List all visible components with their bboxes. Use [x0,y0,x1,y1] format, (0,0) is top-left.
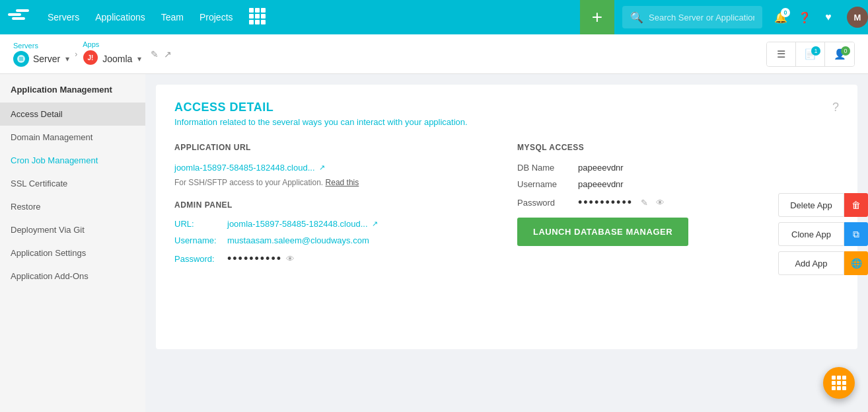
globe-icon: 🌐 [851,258,862,268]
help-icon[interactable]: ? [832,101,839,114]
breadcrumb-bar: Servers Server ▾ › Apps J! Joomla ▾ [0,34,868,74]
left-column: APPLICATION URL joomla-15897-58485-18244… [174,143,496,272]
sidebar-item-restore[interactable]: Restore [0,195,145,218]
app-selector[interactable]: J! Joomla ▾ [83,50,141,68]
admin-password-value: •••••••••• 👁 [227,252,295,266]
app-url-external-link-icon[interactable]: ↗ [319,163,325,172]
app-breadcrumb-section: Apps J! Joomla ▾ [83,40,141,68]
main-content: ACCESS DETAIL Information related to the… [145,74,868,412]
header-icons: 🔔 0 ❓ ♥ M [770,7,868,28]
db-password-dots: •••••••••• [578,196,633,210]
server-dropdown-icon: ▾ [65,54,69,63]
search-box[interactable]: 🔍 [622,6,762,28]
db-username-value: papeeevdnr [578,179,624,189]
external-link-app-icon[interactable]: ↗ [164,49,172,60]
breadcrumb-separator: › [75,50,77,59]
file-count-badge: 1 [811,46,820,56]
right-action-buttons: Delete App 🗑 Clone App ⧉ Add App 🌐 [778,193,868,280]
admin-panel-title: ADMIN PANEL [174,200,496,210]
db-username-row: Username papeeevdnr [517,179,839,189]
sidebar-title: Application Management [0,85,145,103]
notification-bell[interactable]: 🔔 0 [770,7,791,28]
file-count-button[interactable]: 📄 1 [796,42,825,66]
user-count-button[interactable]: 👤 0 [825,42,854,66]
servers-label: Servers [13,42,69,50]
main-nav: Servers Applications Team Projects [48,8,580,26]
server-icon [13,51,29,67]
ssh-sftp-note: For SSH/SFTP access to your Application.… [174,178,496,187]
edit-app-icon[interactable]: ✎ [151,49,159,60]
sidebar-item-application-settings[interactable]: Application Settings [0,241,145,265]
section-subtitle: Information related to the several ways … [174,117,468,127]
db-username-label: Username [517,179,570,189]
list-view-button[interactable]: ☰ [767,42,796,66]
admin-url-external-link-icon[interactable]: ↗ [372,220,378,228]
admin-url-label: URL: [174,219,227,229]
delete-app-label-button[interactable]: Delete App [778,193,844,217]
card-header: ACCESS DETAIL Information related to the… [174,101,839,127]
admin-url-value: joomla-15897-58485-182448.cloud... ↗ [227,219,378,229]
svg-rect-1 [12,17,25,20]
delete-app-icon-button[interactable]: 🗑 [844,193,868,217]
grid-menu-icon[interactable] [249,8,268,26]
sidebar-item-access-detail[interactable]: Access Detail [0,103,145,126]
server-selector[interactable]: Server ▾ [13,51,69,67]
sidebar-item-deployment-via-git[interactable]: Deployment Via Git [0,218,145,241]
db-password-edit-icon[interactable]: ✎ [641,198,648,208]
main-layout: Application Management Access Detail Dom… [0,74,868,412]
main-header: Servers Applications Team Projects + 🔍 🔔… [0,0,868,34]
trash-icon: 🗑 [851,200,861,210]
launch-database-manager-button[interactable]: LAUNCH DATABASE MANAGER [517,218,688,246]
app-url-text: joomla-15897-58485-182448.cloud... [174,163,315,173]
sidebar-item-cron-job-management[interactable]: Cron Job Management [0,149,145,172]
apps-label: Apps [83,40,141,48]
db-password-toggle-icon[interactable]: 👁 [656,198,665,208]
svg-text:J!: J! [88,54,94,62]
admin-username-row: Username: mustaasam.saleem@cloudways.com [174,235,496,245]
sidebar-item-domain-management[interactable]: Domain Management [0,126,145,149]
add-app-label-button[interactable]: Add App [778,251,844,275]
admin-password-dots: •••••••••• [227,252,282,266]
db-password-label: Password [517,198,570,208]
db-name-value: papeeevdnr [578,163,624,173]
nav-team[interactable]: Team [161,12,184,22]
db-name-label: DB Name [517,163,570,173]
app-url-section-title: APPLICATION URL [174,143,496,152]
svg-rect-2 [16,9,29,12]
server-name: Server [33,54,60,64]
add-app-icon-button[interactable]: 🌐 [844,251,868,275]
nav-servers[interactable]: Servers [48,12,79,22]
admin-url-row: URL: joomla-15897-58485-182448.cloud... … [174,219,496,229]
sidebar-item-ssl-certificate[interactable]: SSL Certificate [0,172,145,195]
app-dropdown-icon: ▾ [137,54,141,63]
add-button[interactable]: + [580,0,614,34]
read-this-link[interactable]: Read this [326,178,359,187]
heart-icon: ♥ [825,11,832,23]
sidebar-item-application-add-ons[interactable]: Application Add-Ons [0,265,145,288]
admin-panel-section: ADMIN PANEL URL: joomla-15897-58485-1824… [174,200,496,266]
app-name: Joomla [102,54,132,64]
section-title: ACCESS DETAIL [174,101,468,114]
admin-username-label: Username: [174,235,227,245]
nav-projects[interactable]: Projects [199,12,233,22]
admin-password-label: Password: [174,254,227,264]
content-card: ACCESS DETAIL Information related to the… [156,85,857,349]
clone-app-icon-button[interactable]: ⧉ [844,222,868,246]
db-name-row: DB Name papeeevdnr [517,163,839,173]
help-button[interactable]: ❓ [794,7,815,28]
search-input[interactable] [649,13,754,22]
logo[interactable] [8,5,37,29]
add-app-row: Add App 🌐 [778,251,868,275]
admin-url-text: joomla-15897-58485-182448.cloud... [227,219,368,229]
admin-password-toggle-icon[interactable]: 👁 [286,254,295,264]
fab-grid-button[interactable] [823,367,855,399]
user-avatar[interactable]: M [847,7,868,28]
joomla-icon: J! [83,50,98,68]
clone-app-label-button[interactable]: Clone App [778,222,844,246]
nav-applications[interactable]: Applications [95,12,145,22]
list-icon: ☰ [777,48,785,60]
two-column-layout: APPLICATION URL joomla-15897-58485-18244… [174,143,839,272]
header-right: + 🔍 🔔 0 ❓ ♥ M [580,0,868,34]
search-icon: 🔍 [630,11,643,24]
favorites-button[interactable]: ♥ [818,7,839,28]
